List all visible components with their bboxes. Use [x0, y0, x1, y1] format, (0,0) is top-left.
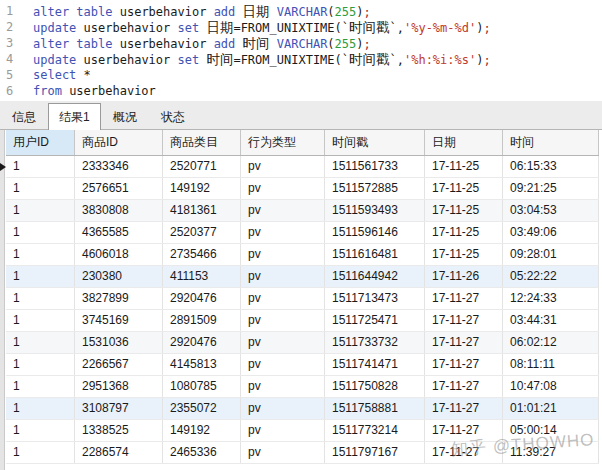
table-cell[interactable]: pv [241, 354, 325, 375]
table-row[interactable]: 143655852520377pv151159614617-11-2503:49… [6, 222, 599, 244]
column-header[interactable]: 时间戳 [325, 130, 425, 155]
tab-info[interactable]: 信息 [0, 106, 48, 129]
tab-status[interactable]: 状态 [149, 106, 197, 129]
table-cell[interactable]: 2920476 [163, 332, 241, 353]
table-cell[interactable]: 03:49:06 [503, 222, 599, 243]
table-cell[interactable]: 17-11-27 [425, 398, 503, 419]
table-cell[interactable]: 17-11-25 [425, 222, 503, 243]
table-cell[interactable]: 1511733732 [325, 332, 425, 353]
tab-result1[interactable]: 结果1 [48, 103, 101, 130]
table-row[interactable]: 138278992920476pv151171347317-11-2712:24… [6, 288, 599, 310]
table-cell[interactable]: 1 [6, 266, 75, 287]
table-cell[interactable]: pv [241, 332, 325, 353]
table-cell[interactable]: 2951368 [75, 376, 163, 397]
table-cell[interactable]: 2355072 [163, 398, 241, 419]
table-cell[interactable]: 2520377 [163, 222, 241, 243]
table-cell[interactable]: 4606018 [75, 244, 163, 265]
table-cell[interactable]: 4181361 [163, 200, 241, 221]
table-row[interactable]: 137451692891509pv151172547117-11-2703:44… [6, 310, 599, 332]
table-cell[interactable]: 411153 [163, 266, 241, 287]
table-cell[interactable]: 1511644942 [325, 266, 425, 287]
table-cell[interactable]: 2333346 [75, 156, 163, 177]
table-cell[interactable]: 1511616481 [325, 244, 425, 265]
table-cell[interactable]: 1511593493 [325, 200, 425, 221]
table-cell[interactable]: 12:24:33 [503, 288, 599, 309]
table-cell[interactable]: 2735466 [163, 244, 241, 265]
table-cell[interactable]: 10:47:08 [503, 376, 599, 397]
table-cell[interactable]: 17-11-27 [425, 354, 503, 375]
table-cell[interactable]: 03:44:31 [503, 310, 599, 331]
table-row[interactable]: 115310362920476pv151173373217-11-2706:02… [6, 332, 599, 354]
table-row[interactable]: 122665674145813pv151174147117-11-2708:11… [6, 354, 599, 376]
table-row[interactable]: 146060182735466pv151161648117-11-2509:28… [6, 244, 599, 266]
table-cell[interactable]: pv [241, 244, 325, 265]
table-cell[interactable]: 3745169 [75, 310, 163, 331]
table-cell[interactable]: 1511561733 [325, 156, 425, 177]
table-cell[interactable]: 4365585 [75, 222, 163, 243]
column-header[interactable]: 时间 [503, 130, 599, 155]
table-row[interactable]: 12576651149192pv151157288517-11-2509:21:… [6, 178, 599, 200]
table-cell[interactable]: 1 [6, 200, 75, 221]
table-cell[interactable]: 1 [6, 156, 75, 177]
table-cell[interactable]: 01:01:21 [503, 398, 599, 419]
table-cell[interactable]: 3827899 [75, 288, 163, 309]
table-cell[interactable]: 17-11-27 [425, 310, 503, 331]
table-cell[interactable]: 2520771 [163, 156, 241, 177]
table-cell[interactable]: 05:00:14 [503, 420, 599, 441]
table-cell[interactable]: pv [241, 310, 325, 331]
table-cell[interactable]: 17-11-27 [425, 420, 503, 441]
table-cell[interactable]: pv [241, 222, 325, 243]
table-cell[interactable]: 1531036 [75, 332, 163, 353]
table-cell[interactable]: 17-11-26 [425, 266, 503, 287]
table-cell[interactable]: 1 [6, 244, 75, 265]
column-header[interactable]: 商品类目 [163, 130, 241, 155]
table-cell[interactable]: 3830808 [75, 200, 163, 221]
table-cell[interactable]: 03:04:53 [503, 200, 599, 221]
table-cell[interactable]: 06:02:12 [503, 332, 599, 353]
table-cell[interactable]: 1511741471 [325, 354, 425, 375]
table-cell[interactable]: 17-11-27 [425, 288, 503, 309]
table-cell[interactable]: pv [241, 398, 325, 419]
table-cell[interactable]: 2920476 [163, 288, 241, 309]
column-header[interactable]: 行为类型 [241, 130, 325, 155]
sql-editor[interactable]: 1alter table userbehavior add 日期 VARCHAR… [0, 0, 602, 101]
table-cell[interactable]: 05:22:22 [503, 266, 599, 287]
column-header[interactable]: 用户ID [6, 130, 75, 155]
table-cell[interactable]: 09:21:25 [503, 178, 599, 199]
table-cell[interactable]: 4145813 [163, 354, 241, 375]
table-row[interactable]: 129513681080785pv151175082817-11-2710:47… [6, 376, 599, 398]
table-cell[interactable]: 2576651 [75, 178, 163, 199]
table-cell[interactable]: 2465336 [163, 442, 241, 463]
table-row[interactable]: 1230380411153pv151164494217-11-2605:22:2… [6, 266, 599, 288]
table-cell[interactable]: pv [241, 376, 325, 397]
table-cell[interactable]: 1511797167 [325, 442, 425, 463]
table-row[interactable]: 122865742465336pv151179716717-11-2711:39… [6, 442, 599, 464]
table-cell[interactable]: 17-11-25 [425, 244, 503, 265]
table-cell[interactable]: 1 [6, 354, 75, 375]
table-cell[interactable]: 149192 [163, 420, 241, 441]
table-cell[interactable]: 1511572885 [325, 178, 425, 199]
table-cell[interactable]: 08:11:11 [503, 354, 599, 375]
table-cell[interactable]: 1511725471 [325, 310, 425, 331]
table-row[interactable]: 123333462520771pv151156173317-11-2506:15… [6, 156, 599, 178]
table-cell[interactable]: pv [241, 266, 325, 287]
column-header[interactable]: 商品ID [75, 130, 163, 155]
table-cell[interactable]: 11:39:27 [503, 442, 599, 463]
table-cell[interactable]: 230380 [75, 266, 163, 287]
table-cell[interactable]: 1 [6, 420, 75, 441]
table-cell[interactable]: 17-11-25 [425, 156, 503, 177]
table-row[interactable]: 11338525149192pv151177321417-11-2705:00:… [6, 420, 599, 442]
table-cell[interactable]: 06:15:33 [503, 156, 599, 177]
table-cell[interactable]: 17-11-27 [425, 376, 503, 397]
table-cell[interactable]: pv [241, 200, 325, 221]
table-cell[interactable]: 1 [6, 332, 75, 353]
table-cell[interactable]: 1 [6, 288, 75, 309]
table-cell[interactable]: 2286574 [75, 442, 163, 463]
table-cell[interactable]: 1511596146 [325, 222, 425, 243]
tab-overview[interactable]: 概况 [101, 106, 149, 129]
table-cell[interactable]: 09:28:01 [503, 244, 599, 265]
table-cell[interactable]: pv [241, 288, 325, 309]
table-cell[interactable]: 17-11-25 [425, 178, 503, 199]
table-cell[interactable]: 1511713473 [325, 288, 425, 309]
column-header[interactable]: 日期 [425, 130, 503, 155]
